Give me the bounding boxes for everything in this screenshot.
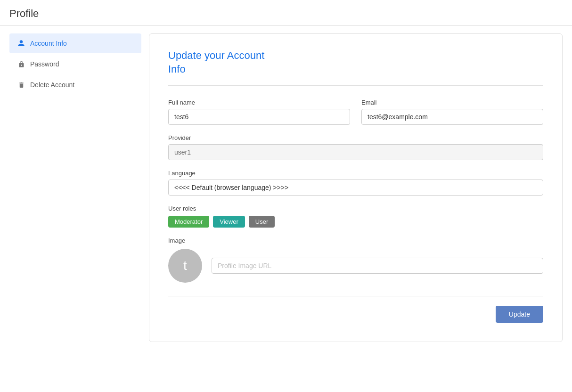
lock-icon xyxy=(17,60,25,68)
provider-input[interactable] xyxy=(168,144,543,160)
full-name-input[interactable] xyxy=(168,109,350,125)
layout: Account Info Password Delete Account Upd… xyxy=(0,26,572,390)
language-label: Language xyxy=(168,170,543,177)
card-divider xyxy=(168,85,543,86)
update-button[interactable]: Update xyxy=(496,306,543,323)
image-url-input[interactable] xyxy=(212,258,543,274)
role-badge-user[interactable]: User xyxy=(249,216,275,228)
trash-icon xyxy=(17,81,25,89)
avatar-letter: t xyxy=(183,258,187,273)
user-roles-label: User roles xyxy=(168,205,543,212)
email-group: Email xyxy=(361,99,543,125)
image-section: Image t xyxy=(168,237,543,283)
card-footer-divider xyxy=(168,296,543,296)
provider-label: Provider xyxy=(168,134,543,141)
role-badge-viewer[interactable]: Viewer xyxy=(213,216,245,228)
name-email-row: Full name Email xyxy=(168,99,543,125)
image-label: Image xyxy=(168,237,543,244)
person-icon xyxy=(17,39,25,48)
sidebar-item-account-info[interactable]: Account Info xyxy=(9,33,141,53)
page-title: Profile xyxy=(9,8,563,20)
full-name-label: Full name xyxy=(168,99,350,106)
roles-badges: Moderator Viewer User xyxy=(168,216,543,228)
language-group: Language xyxy=(168,170,543,196)
email-label: Email xyxy=(361,99,543,106)
avatar: t xyxy=(168,249,202,283)
provider-group: Provider xyxy=(168,134,543,160)
card-title: Update your Account Info xyxy=(168,49,543,76)
sidebar: Account Info Password Delete Account xyxy=(9,33,141,382)
page-header: Profile xyxy=(0,0,572,26)
image-row: t xyxy=(168,249,543,283)
sidebar-label-password: Password xyxy=(30,60,59,68)
sidebar-label-account-info: Account Info xyxy=(30,40,67,47)
language-row: Language xyxy=(168,170,543,196)
main-content: Update your Account Info Full name Email… xyxy=(149,33,563,382)
sidebar-item-password[interactable]: Password xyxy=(9,54,141,74)
sidebar-label-delete-account: Delete Account xyxy=(30,81,74,89)
account-info-card: Update your Account Info Full name Email… xyxy=(149,33,563,342)
form-footer: Update xyxy=(168,306,543,323)
email-input[interactable] xyxy=(361,109,543,125)
language-input[interactable] xyxy=(168,180,543,196)
user-roles-section: User roles Moderator Viewer User xyxy=(168,205,543,228)
full-name-group: Full name xyxy=(168,99,350,125)
sidebar-item-delete-account[interactable]: Delete Account xyxy=(9,75,141,95)
role-badge-moderator[interactable]: Moderator xyxy=(168,216,209,228)
provider-row: Provider xyxy=(168,134,543,160)
